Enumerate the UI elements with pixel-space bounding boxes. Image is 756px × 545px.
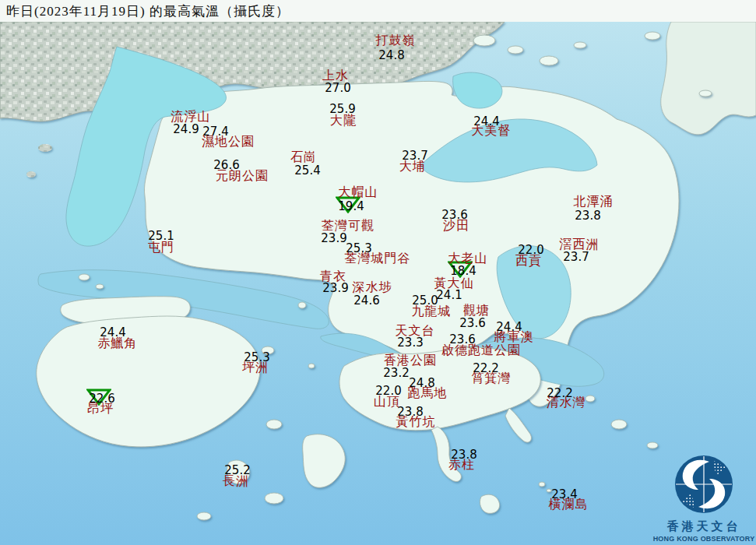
station-name: 香港公園 [384, 354, 437, 367]
station-name: 西貢 [515, 255, 542, 267]
station-value: 24.8 [378, 50, 404, 62]
hko-logo: 香港天文台 HONG KONG OBSERVATORY [651, 454, 756, 543]
weather-map-page: 24.8打鼓嶺27.0上水25.9大隴24.9流浮山27.4濕地公園26.6元朗… [0, 0, 756, 545]
station-value: 23.8 [575, 210, 600, 222]
station-name: 啟德跑道公園 [441, 344, 521, 357]
station-value: 23.7 [563, 251, 589, 263]
station-name: 山頂 [374, 396, 400, 408]
station-name: 坪洲 [242, 361, 269, 374]
station-name: 赤柱 [448, 459, 475, 471]
station-name: 深水埗 [353, 281, 392, 294]
station-name: 赤鱲角 [98, 337, 138, 350]
hko-logo-icon [673, 454, 734, 515]
station-name: 清水灣 [547, 396, 586, 409]
station-name: 大老山 [448, 252, 488, 265]
station-name: 昂坪 [87, 403, 114, 415]
station-name: 橫瀾島 [549, 498, 589, 511]
station-name: 將軍澳 [494, 331, 534, 343]
station-name: 天文台 [396, 325, 435, 337]
station-name: 筲箕灣 [472, 372, 512, 385]
station-name: 荃灣可觀 [322, 220, 374, 232]
station-name: 石崗 [290, 151, 317, 164]
station-value: 24.6 [353, 295, 379, 307]
map-title: 昨日(2023年11月19日) 的最高氣溫（攝氏度） [6, 2, 290, 20]
station-name: 跑馬地 [408, 387, 448, 399]
station-name: 黃竹坑 [396, 416, 436, 428]
station-value: 24.9 [173, 124, 199, 135]
station-name: 北潭涌 [574, 195, 614, 208]
station-name: 屯門 [148, 241, 174, 254]
station-name: 大隴 [330, 114, 357, 127]
station-name: 滘西洲 [560, 238, 600, 251]
stations-layer: 24.8打鼓嶺27.0上水25.9大隴24.9流浮山27.4濕地公園26.6元朗… [0, 0, 756, 545]
station-value: 27.0 [325, 83, 350, 94]
station-value: 23.6 [459, 318, 485, 329]
station-name: 長洲 [223, 475, 249, 487]
station-name: 濕地公園 [202, 135, 255, 148]
station-value: 18.4 [450, 265, 476, 277]
hko-logo-english-name: HONG KONG OBSERVATORY [651, 535, 756, 543]
station-name: 上水 [322, 69, 349, 82]
station-name: 大美督 [472, 125, 512, 137]
title-bar: 昨日(2023年11月19日) 的最高氣溫（攝氏度） [0, 0, 756, 22]
station-value: 19.4 [338, 201, 364, 213]
station-value: 23.9 [321, 233, 346, 244]
station-name: 荃灣城門谷 [345, 252, 411, 265]
station-name: 打鼓嶺 [376, 34, 416, 47]
station-name: 流浮山 [171, 111, 211, 123]
station-name: 觀塘 [463, 304, 490, 317]
station-name: 沙田 [443, 220, 469, 232]
station-value: 23.9 [322, 283, 348, 294]
station-value: 25.4 [294, 165, 320, 177]
station-value: 23.3 [397, 337, 423, 349]
station-value: 23.2 [383, 367, 409, 379]
station-name: 九龍城 [412, 305, 452, 318]
hko-logo-chinese-name: 香港天文台 [651, 519, 756, 534]
station-name: 大埔 [399, 160, 426, 173]
station-name: 青衣 [320, 270, 346, 283]
station-name: 黃大仙 [434, 277, 474, 290]
station-name: 大帽山 [339, 186, 378, 199]
station-value: 24.1 [436, 290, 462, 301]
station-name: 元朗公園 [216, 170, 269, 182]
